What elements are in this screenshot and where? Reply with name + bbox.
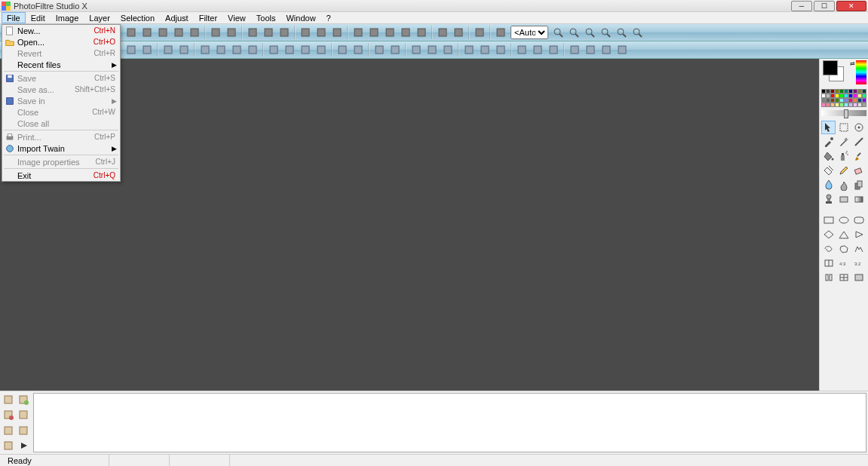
shape-polygon[interactable] <box>836 242 851 256</box>
tb2-bright+[interactable] <box>213 42 229 57</box>
shape-opt-3[interactable] <box>852 271 866 284</box>
tb2-blur[interactable] <box>440 42 455 57</box>
close-button[interactable]: ✕ <box>836 1 866 11</box>
menu-layer[interactable]: Layer <box>84 12 115 23</box>
pointer-tool[interactable] <box>821 121 836 134</box>
maximize-button[interactable]: ☐ <box>814 1 835 11</box>
tb2-c4[interactable] <box>615 42 630 57</box>
pipette-tool[interactable] <box>821 135 836 149</box>
wand-tool[interactable] <box>836 135 851 149</box>
menu-adjust[interactable]: Adjust <box>160 12 194 23</box>
menu-image[interactable]: Image <box>51 12 84 23</box>
foreground-color-swatch[interactable] <box>823 60 838 75</box>
shape-ratio-1[interactable] <box>821 256 836 270</box>
selection-tool[interactable] <box>836 121 851 134</box>
shape-custom[interactable] <box>852 242 866 256</box>
tb2-gamma-[interactable] <box>266 42 281 57</box>
shape-ratio-43[interactable]: 4:3 <box>836 256 851 270</box>
tb-picture[interactable] <box>472 25 487 40</box>
advanced-brush-tool[interactable] <box>821 164 836 177</box>
file-menu-new-[interactable]: New...Ctrl+N <box>2 25 120 36</box>
tb-print[interactable] <box>171 25 186 40</box>
tb-crop[interactable] <box>414 25 429 40</box>
tb-canvas[interactable] <box>367 25 382 40</box>
tb2-c1[interactable] <box>567 42 582 57</box>
tb-textv[interactable] <box>398 25 413 40</box>
tb-twain[interactable] <box>187 25 202 40</box>
thumb-btn-7[interactable] <box>2 439 15 452</box>
tb2-gamma+[interactable] <box>282 42 297 57</box>
tb2-c3[interactable] <box>599 42 614 57</box>
tb2-sepia[interactable] <box>388 42 403 57</box>
tb-redo[interactable] <box>224 25 239 40</box>
menu-tools[interactable]: Tools <box>251 12 281 23</box>
move-tool[interactable] <box>852 121 866 134</box>
tb-auto2[interactable] <box>451 25 466 40</box>
tb2-b1[interactable] <box>514 42 529 57</box>
thumb-btn-1[interactable] <box>2 393 15 406</box>
tb2-flip-v[interactable] <box>176 42 192 57</box>
tolerance-slider[interactable] <box>821 110 866 116</box>
thumb-btn-5[interactable] <box>2 424 15 437</box>
tb-fx[interactable] <box>330 25 345 40</box>
shape-diamond[interactable] <box>821 228 836 241</box>
tb2-b3[interactable] <box>546 42 561 57</box>
tb2-fwd[interactable] <box>140 42 155 57</box>
menu-edit[interactable]: Edit <box>26 12 51 23</box>
blur-tool[interactable] <box>821 178 836 192</box>
tb2-art1[interactable] <box>462 42 477 57</box>
minimize-button[interactable]: ─ <box>791 1 812 11</box>
line-tool[interactable] <box>852 135 866 149</box>
tb-new[interactable] <box>124 25 139 40</box>
tb-actual[interactable] <box>598 25 613 40</box>
tb-zoomsel[interactable] <box>493 25 508 40</box>
tb2-sat+[interactable] <box>314 42 329 57</box>
tb-paste[interactable] <box>261 25 276 40</box>
tb2-flip-h[interactable] <box>161 42 176 57</box>
shape-lasso[interactable] <box>821 242 836 256</box>
spray-tool[interactable] <box>836 149 851 163</box>
tb2-hist[interactable] <box>335 42 350 57</box>
shape-ellipse[interactable] <box>836 213 851 227</box>
workspace-canvas[interactable] <box>0 59 819 391</box>
menu-view[interactable]: View <box>222 12 251 23</box>
tb2-back[interactable] <box>124 42 139 57</box>
file-menu-import-twain[interactable]: Import Twain▶ <box>2 143 120 154</box>
shape-triangle-right[interactable] <box>852 228 866 241</box>
menu-filter[interactable]: Filter <box>194 12 222 23</box>
tb-explore[interactable] <box>630 25 645 40</box>
smudge-tool[interactable] <box>836 178 851 192</box>
brush-tool[interactable] <box>852 149 866 163</box>
thumb-btn-4[interactable] <box>17 408 30 422</box>
tb2-sat-[interactable] <box>298 42 313 57</box>
thumb-play[interactable] <box>17 439 30 452</box>
tb-auto1[interactable] <box>435 25 450 40</box>
tb-copy[interactable] <box>245 25 260 40</box>
thumb-btn-3[interactable] <box>2 408 15 422</box>
tb2-soft[interactable] <box>425 42 440 57</box>
tb2-c2[interactable] <box>583 42 598 57</box>
shape-opt-1[interactable] <box>821 271 836 284</box>
tb-text[interactable] <box>382 25 397 40</box>
gradient-tool[interactable] <box>852 192 866 206</box>
shape-tool[interactable] <box>836 192 851 206</box>
clone-tool[interactable] <box>852 178 866 192</box>
shape-roundrect[interactable] <box>852 213 866 227</box>
tb2-art2[interactable] <box>477 42 492 57</box>
tb-layers[interactable] <box>314 25 329 40</box>
tb-save[interactable] <box>155 25 170 40</box>
menu-help[interactable]: ? <box>321 12 336 23</box>
tb-zoomout[interactable] <box>566 25 581 40</box>
stamp-tool[interactable] <box>821 192 836 206</box>
menu-file[interactable]: File <box>2 12 26 23</box>
zoom-select[interactable]: <Auto> <box>511 26 548 39</box>
tb-clip[interactable] <box>277 25 292 40</box>
eraser-tool[interactable] <box>852 164 866 177</box>
tb-full[interactable] <box>614 25 629 40</box>
tb-zoomin[interactable] <box>551 25 566 40</box>
shape-rect[interactable] <box>821 213 836 227</box>
shape-opt-2[interactable] <box>836 271 851 284</box>
swap-colors-icon[interactable]: ⇄ <box>850 60 855 67</box>
thumb-btn-2[interactable] <box>17 393 30 406</box>
tb2-gray[interactable] <box>372 42 387 57</box>
